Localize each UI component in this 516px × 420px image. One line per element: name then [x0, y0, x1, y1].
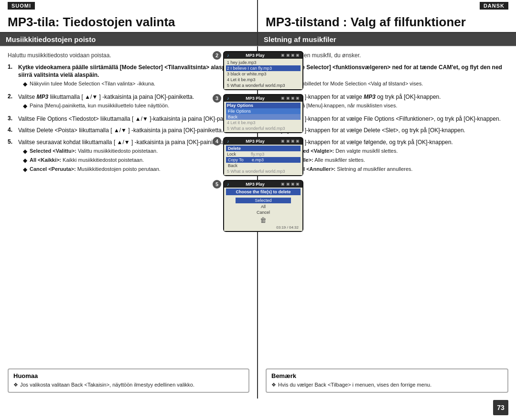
choose-header: Choose the file(s) to delete [226, 189, 301, 195]
title-dansk: MP3-tilstand : Valg af filfunktioner [266, 15, 508, 29]
file-options-row: File Options [226, 108, 301, 114]
copy-to-row: Copy To e.mp3 [226, 157, 301, 163]
back-row-3: Back [226, 114, 301, 120]
device-2-wrapper: 2 ♪ MP3 Play ▣ ▣ ▣ ▣ 1 hey jude.mp3 2 I … [213, 51, 303, 90]
right-note-box: Bemærk ❖ Hvis du vælger Back <Tilbage> i… [266, 368, 508, 392]
device-3: ♪ MP3 Play ▣ ▣ ▣ ▣ Play Options File Opt… [223, 94, 303, 133]
timer-display: 03:19 / 04:32 [226, 225, 301, 230]
lang-badge-left: SUOMI [0, 0, 258, 11]
title-suomi: MP3-tila: Tiedostojen valinta [8, 15, 249, 29]
device-5: ♪ MP3 Play ▣ ▣ ▣ ▣ Choose the file(s) to… [223, 180, 303, 232]
device-2: ♪ MP3 Play ▣ ▣ ▣ ▣ 1 hey jude.mp3 2 I be… [223, 51, 303, 90]
step-circle-5: 5 [213, 180, 221, 189]
lock-row: Lock fly.mp3 [226, 151, 301, 157]
step-circle-2: 2 [213, 51, 221, 60]
selected-option[interactable]: Selected [236, 198, 291, 203]
section-header-right: Sletning af musikfiler [258, 33, 516, 46]
suomi-badge: SUOMI [8, 2, 35, 10]
header-section: SUOMI DANSK MP3-tila: Tiedostojen valint… [0, 0, 516, 33]
left-note-box: Huomaa ❖ Jos valikosta valitaan Back <Ta… [8, 368, 249, 392]
device-2-header: ♪ MP3 Play ▣ ▣ ▣ ▣ [224, 52, 302, 59]
device-3-wrapper: 3 ♪ MP3 Play ▣ ▣ ▣ ▣ Play Options File O… [213, 94, 303, 133]
step-circle-3: 3 [213, 94, 221, 103]
section-header-left: Musiikkitiedostojen poisto [0, 33, 257, 46]
dansk-badge: DANSK [480, 2, 508, 10]
delete-row: Delete [226, 146, 301, 151]
back-row-4: Back [226, 163, 301, 168]
all-option[interactable]: All [226, 204, 301, 210]
device-4: ♪ MP3 Play ▣ ▣ ▣ ▣ Delete Lock fly.mp3 [223, 137, 303, 176]
left-step-2-bullet: ◆ Paina [Menu]-painiketta, kun musiikkil… [23, 102, 194, 110]
left-note-title: Huomaa [13, 372, 244, 379]
page-wrapper: SUOMI DANSK MP3-tila: Tiedostojen valint… [0, 0, 516, 420]
device-5-wrapper: 5 ♪ MP3 Play ▣ ▣ ▣ ▣ Choose the file(s) … [213, 180, 303, 232]
main-title-left: MP3-tila: Tiedostojen valinta [0, 11, 258, 32]
play-options-row: Play Options [226, 103, 301, 108]
page-number: 73 [493, 400, 508, 415]
trash-icon: 🗑 [226, 215, 301, 225]
device-5-header: ♪ MP3 Play ▣ ▣ ▣ ▣ [224, 181, 302, 188]
device-4-header: ♪ MP3 Play ▣ ▣ ▣ ▣ [224, 138, 302, 145]
right-note-title: Bemærk [271, 372, 503, 379]
cancel-option[interactable]: Cancel [226, 210, 301, 215]
lang-badge-right-wrapper: DANSK [258, 0, 516, 11]
step-circle-4: 4 [213, 137, 221, 146]
device-3-header: ♪ MP3 Play ▣ ▣ ▣ ▣ [224, 95, 302, 102]
main-title-right: MP3-tilstand : Valg af filfunktioner [258, 11, 516, 32]
device-4-wrapper: 4 ♪ MP3 Play ▣ ▣ ▣ ▣ Delete Lock fly.m [213, 137, 303, 176]
